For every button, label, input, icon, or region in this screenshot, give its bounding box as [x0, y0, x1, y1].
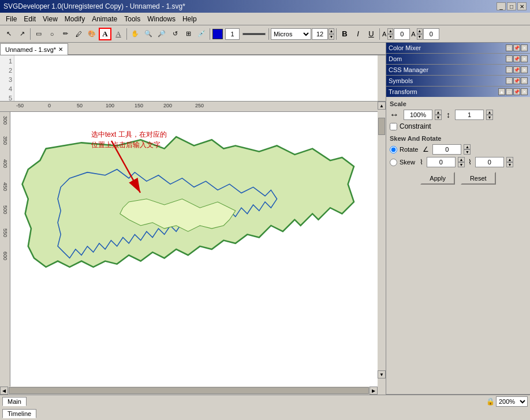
scale-percent-down[interactable]: ▼ — [435, 115, 442, 120]
zoom-out-button[interactable]: 🔎 — [155, 28, 168, 40]
code-content[interactable]: L134 137L137 134L1 1 130L144 129L145 127… — [14, 55, 378, 101]
skew-x-up[interactable]: ▲ — [458, 157, 465, 162]
css-manager-close[interactable]: ✕ — [521, 66, 528, 73]
scale-percent-up[interactable]: ▲ — [435, 110, 442, 115]
tab-main[interactable]: Main — [2, 397, 27, 406]
skew-x-input[interactable] — [427, 157, 456, 167]
skew-y-input[interactable] — [475, 157, 504, 167]
text-tool-button[interactable]: A — [99, 28, 111, 40]
scroll-left-button[interactable]: ◀ — [0, 387, 8, 395]
code-scrollbar[interactable] — [378, 55, 386, 101]
pen-tool-button[interactable]: 🖊 — [72, 28, 85, 40]
scroll-up-button[interactable]: ▲ — [378, 102, 386, 110]
transform-restore[interactable]: ▭ — [506, 88, 513, 95]
color-mixer-pin[interactable]: 📌 — [513, 44, 520, 51]
dom-close[interactable]: ✕ — [521, 55, 528, 62]
horizontal-scrollbar[interactable]: ◀ ▶ — [0, 387, 378, 395]
font-size-up[interactable]: ▲ — [329, 28, 334, 34]
menu-edit[interactable]: Edit — [20, 14, 39, 24]
scale-value-down[interactable]: ▼ — [486, 115, 493, 120]
stroke-color-swatch[interactable] — [212, 29, 223, 39]
skew-x-down[interactable]: ▼ — [458, 162, 465, 167]
color-mixer-restore[interactable]: ▭ — [506, 44, 513, 51]
scale-percent-input[interactable] — [404, 110, 432, 120]
skew-y-down[interactable]: ▼ — [506, 162, 513, 167]
font-family-select[interactable]: Micros — [271, 28, 311, 40]
transform-buttons[interactable]: ▲ ▭ 📌 ✕ — [498, 88, 528, 95]
rotate-down[interactable]: ▼ — [464, 149, 471, 155]
scale-percent-spin[interactable]: ▲ ▼ — [435, 110, 442, 120]
zoom-select[interactable]: 200% 100% 150% 50% — [496, 396, 528, 407]
maximize-button[interactable]: □ — [507, 2, 516, 10]
window-controls[interactable]: _ □ ✕ — [497, 2, 527, 10]
vertical-scrollbar[interactable]: ▲ ▼ — [378, 102, 386, 387]
line-style-selector[interactable] — [242, 33, 266, 35]
dom-pin[interactable]: 📌 — [513, 55, 520, 62]
italic-button[interactable]: I — [352, 28, 364, 40]
skew-x-spin[interactable]: ▲ ▼ — [458, 157, 465, 167]
font-size-spin[interactable]: ▲ ▼ — [329, 28, 334, 40]
symbols-buttons[interactable]: ▭ 📌 ✕ — [506, 77, 528, 84]
menu-animate[interactable]: Animate — [88, 14, 121, 24]
skew-y-spin[interactable]: ▲ ▼ — [506, 157, 513, 167]
offset-up[interactable]: ▲ — [417, 28, 423, 34]
zoom-in-button[interactable]: 🔍 — [142, 28, 155, 40]
scroll-right-button[interactable]: ▶ — [369, 387, 378, 395]
circle-tool-button[interactable]: ○ — [46, 28, 58, 40]
align-y-spin[interactable]: ▲ ▼ — [387, 28, 393, 40]
tab-timeline[interactable]: Timeline — [2, 409, 36, 418]
transform-close[interactable]: ✕ — [521, 88, 528, 95]
canvas-content[interactable]: 选中text 工具，在对应的 位置上点击后输入文字 Text — [10, 112, 378, 387]
scale-value-spin[interactable]: ▲ ▼ — [486, 110, 493, 120]
direct-select-button[interactable]: ↗ — [16, 28, 28, 40]
symbols-restore[interactable]: ▭ — [506, 77, 513, 84]
color-mixer-buttons[interactable]: ▭ 📌 ✕ — [506, 44, 528, 51]
transform-expand[interactable]: ▲ — [498, 88, 505, 95]
symbols-close[interactable]: ✕ — [521, 77, 528, 84]
eyedropper-button[interactable]: 💉 — [195, 28, 208, 40]
underline-button[interactable]: U — [365, 28, 378, 40]
skew-radio[interactable] — [390, 159, 397, 166]
crop-tool-button[interactable]: ⊞ — [182, 28, 195, 40]
dom-restore[interactable]: ▭ — [506, 55, 513, 62]
move-tool-button[interactable]: ✋ — [129, 28, 141, 40]
rotate-spin[interactable]: ▲ ▼ — [464, 144, 471, 155]
align-y-down[interactable]: ▼ — [387, 34, 393, 40]
scroll-thumb-v[interactable] — [378, 118, 385, 135]
reset-button[interactable]: Reset — [461, 172, 496, 185]
font-size-down[interactable]: ▼ — [329, 34, 334, 40]
apply-button[interactable]: Apply — [420, 172, 455, 185]
css-manager-buttons[interactable]: ▭ 📌 ✕ — [506, 66, 528, 73]
menu-windows[interactable]: Windows — [144, 14, 179, 24]
skew-y-up[interactable]: ▲ — [506, 157, 513, 162]
menu-tools[interactable]: Tools — [121, 14, 144, 24]
menu-help[interactable]: Help — [179, 14, 200, 24]
minimize-button[interactable]: _ — [497, 2, 506, 10]
offset-spin[interactable]: ▲ ▼ — [417, 28, 423, 40]
transform-pin[interactable]: 📌 — [513, 88, 520, 95]
scroll-thumb-h[interactable] — [9, 387, 369, 394]
offset-down[interactable]: ▼ — [417, 34, 423, 40]
menu-file[interactable]: File — [2, 14, 20, 24]
select-tool-button[interactable]: ↖ — [2, 28, 15, 40]
css-manager-pin[interactable]: 📌 — [513, 66, 520, 73]
tab-file[interactable]: Unnamed - 1.svg* ✕ — [0, 43, 68, 55]
align-y-up[interactable]: ▲ — [387, 28, 393, 34]
menu-view[interactable]: View — [39, 14, 61, 24]
color-mixer-close[interactable]: ✕ — [521, 44, 528, 51]
menu-modify[interactable]: Modify — [61, 14, 88, 24]
paint-tool-button[interactable]: 🎨 — [85, 28, 98, 40]
scale-value-input[interactable] — [455, 110, 484, 120]
scroll-down-button[interactable]: ▼ — [378, 370, 386, 378]
rotate-value-input[interactable] — [432, 144, 461, 155]
rotate-tool-button[interactable]: ↺ — [169, 28, 181, 40]
rotate-up[interactable]: ▲ — [464, 144, 471, 149]
stroke-width-input[interactable] — [225, 28, 240, 40]
scale-value-up[interactable]: ▲ — [486, 110, 493, 115]
text-tool-button2[interactable]: A — [112, 28, 125, 40]
tab-close-button[interactable]: ✕ — [58, 46, 63, 52]
offset-y-input[interactable] — [423, 28, 439, 40]
bold-button[interactable]: B — [338, 28, 351, 40]
symbols-pin[interactable]: 📌 — [513, 77, 520, 84]
font-size-input[interactable] — [312, 28, 328, 40]
